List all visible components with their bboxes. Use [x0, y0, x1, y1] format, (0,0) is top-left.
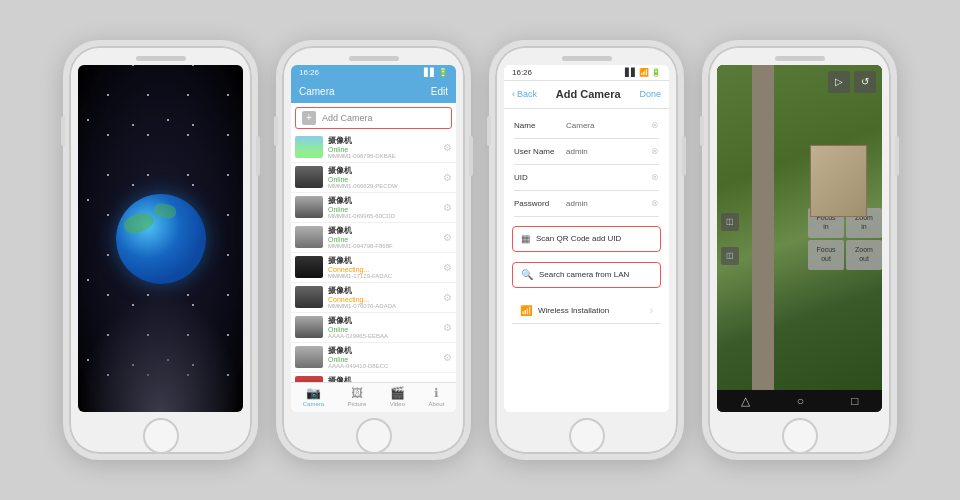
- scan-qr-button[interactable]: ▦ Scan QR Code add UID: [512, 226, 661, 252]
- thumb-8: [295, 346, 323, 368]
- status-bar-2: 16:26 ▋▋ 🔋: [291, 65, 456, 81]
- screen-camera-list: 16:26 ▋▋ 🔋 Camera Edit + Add Camera 摄像机 …: [291, 65, 456, 412]
- settings-icon-6[interactable]: ⚙: [443, 292, 452, 303]
- thumb-3: [295, 196, 323, 218]
- done-button[interactable]: Done: [639, 89, 661, 99]
- camera-info-4: 摄像机 Online MMMM1-094798-F868F: [328, 225, 443, 249]
- phone-3: 16:26 ▋▋ 📶 🔋 ‹ Back Add Camera Done Name…: [489, 40, 684, 460]
- camera-info-9: 摄像机 Online AAAA-902799-KWE0Z: [328, 375, 443, 382]
- add-camera-form: Name Camera ⊗ User Name admin ⊗ UID ⊗ Pa…: [504, 109, 669, 221]
- android-nav-bar: △ ○ □: [717, 390, 882, 412]
- search-lan-button[interactable]: 🔍 Search camera from LAN: [512, 262, 661, 288]
- add-camera-label: Add Camera: [322, 113, 373, 123]
- home-nav-button[interactable]: ○: [797, 394, 804, 408]
- clear-name-button[interactable]: ⊗: [651, 120, 659, 130]
- back-button[interactable]: ‹ Back: [512, 89, 537, 99]
- clear-uid-button[interactable]: ⊗: [651, 172, 659, 182]
- settings-icon-4[interactable]: ⚙: [443, 232, 452, 243]
- back-nav-button[interactable]: △: [741, 394, 750, 408]
- camera-list: 摄像机 Online MMMM1-096795-DKBAE ⚙ 摄像机 Onli…: [291, 133, 456, 382]
- video-tab-icon: 🎬: [390, 386, 405, 400]
- home-button-1[interactable]: [143, 418, 179, 454]
- settings-icon-3[interactable]: ⚙: [443, 202, 452, 213]
- list-item[interactable]: 摄像机 Online AAAA-049410-D8ECC ⚙: [291, 343, 456, 373]
- zoom-in-button[interactable]: Zoomin: [846, 208, 882, 238]
- camera-tab-icon: 📷: [306, 386, 321, 400]
- form-row-name: Name Camera ⊗: [514, 113, 659, 139]
- clear-username-button[interactable]: ⊗: [651, 146, 659, 156]
- settings-icon-5[interactable]: ⚙: [443, 262, 452, 273]
- nav-title: Camera: [299, 86, 335, 97]
- edit-button[interactable]: Edit: [431, 86, 448, 97]
- zoom-out-button[interactable]: Zoomout: [846, 240, 882, 270]
- recent-nav-button[interactable]: □: [851, 394, 858, 408]
- time-2: 16:26: [299, 68, 319, 77]
- clear-password-button[interactable]: ⊗: [651, 198, 659, 208]
- list-item[interactable]: 摄像机 Online AAAA-029965-EEBAA ⚙: [291, 313, 456, 343]
- focus-in-button[interactable]: Focusin: [808, 208, 844, 238]
- speaker-1: [136, 56, 186, 61]
- tab-video[interactable]: 🎬 Video: [390, 386, 405, 410]
- thumb-6: [295, 286, 323, 308]
- left-side-controls: ◫ ◫: [721, 213, 739, 265]
- home-button-3[interactable]: [569, 418, 605, 454]
- phone-2: 16:26 ▋▋ 🔋 Camera Edit + Add Camera 摄像机 …: [276, 40, 471, 460]
- picture-tab-icon: 🖼: [351, 386, 363, 400]
- camera-info-1: 摄像机 Online MMMM1-096795-DKBAE: [328, 135, 443, 159]
- list-item[interactable]: 摄像机 Online MMMM1-094798-F868F ⚙: [291, 223, 456, 253]
- globe-icon: [116, 194, 206, 284]
- camera-info-7: 摄像机 Online AAAA-029965-EEBAA: [328, 315, 443, 339]
- chevron-right-icon: ›: [650, 305, 653, 316]
- tab-about[interactable]: ℹ About: [429, 386, 445, 410]
- phone-4: ▷ ↺ ◫ ◫ Focusin Zoomin Focusout Zoomout: [702, 40, 897, 460]
- video-tab-label: Video: [390, 401, 405, 407]
- signal-3: ▋▋ 📶 🔋: [625, 68, 661, 77]
- form-row-password: Password admin ⊗: [514, 191, 659, 217]
- list-item[interactable]: 摄像机 Online MMMM1-096795-DKBAE ⚙: [291, 133, 456, 163]
- focus-out-button[interactable]: Focusout: [808, 240, 844, 270]
- settings-icon-7[interactable]: ⚙: [443, 322, 452, 333]
- list-item[interactable]: 摄像机 Online AAAA-902799-KWE0Z ⚙: [291, 373, 456, 382]
- list-item[interactable]: 摄像机 Connecting... MMMM1-076076-ADADA ⚙: [291, 283, 456, 313]
- about-tab-icon: ℹ: [434, 386, 439, 400]
- settings-icon-1[interactable]: ⚙: [443, 142, 452, 153]
- camera-tab-label: Camera: [303, 401, 324, 407]
- list-item[interactable]: 摄像机 Connecting... MMMM1-17129-FADAC ⚙: [291, 253, 456, 283]
- picture-tab-label: Picture: [348, 401, 367, 407]
- add-camera-row[interactable]: + Add Camera: [295, 107, 452, 129]
- list-item[interactable]: 摄像机 Online MMMM1-069965-60CDD ⚙: [291, 193, 456, 223]
- camera-info-6: 摄像机 Connecting... MMMM1-076076-ADADA: [328, 285, 443, 309]
- thumb-2: [295, 166, 323, 188]
- play-button[interactable]: ▷: [828, 71, 850, 93]
- wifi-icon: 📶: [520, 305, 532, 316]
- qr-icon: ▦: [521, 233, 530, 244]
- speaker-3: [562, 56, 612, 61]
- home-button-4[interactable]: [782, 418, 818, 454]
- camera-info-5: 摄像机 Connecting... MMMM1-17129-FADAC: [328, 255, 443, 279]
- thumb-1: [295, 136, 323, 158]
- moon-bg: [78, 292, 243, 412]
- wireless-installation-row[interactable]: 📶 Wireless Installation ›: [512, 298, 661, 324]
- tab-camera[interactable]: 📷 Camera: [303, 386, 324, 410]
- add-camera-nav: ‹ Back Add Camera Done: [504, 81, 669, 109]
- add-camera-title: Add Camera: [556, 88, 621, 100]
- top-controls: ▷ ↺: [828, 71, 876, 93]
- search-icon: 🔍: [521, 269, 533, 280]
- speaker-4: [775, 56, 825, 61]
- aerial-feed: ▷ ↺ ◫ ◫ Focusin Zoomin Focusout Zoomout: [717, 65, 882, 412]
- list-item[interactable]: 摄像机 Online MMMM1-066629-PECDW ⚙: [291, 163, 456, 193]
- status-bar-3: 16:26 ▋▋ 📶 🔋: [504, 65, 669, 81]
- phone-1: [63, 40, 258, 460]
- add-camera-icon: +: [302, 111, 316, 125]
- refresh-button[interactable]: ↺: [854, 71, 876, 93]
- screen-add-camera: 16:26 ▋▋ 📶 🔋 ‹ Back Add Camera Done Name…: [504, 65, 669, 412]
- thumb-4: [295, 226, 323, 248]
- tab-picture[interactable]: 🖼 Picture: [348, 386, 367, 410]
- home-button-2[interactable]: [356, 418, 392, 454]
- ptz-down-button[interactable]: ◫: [721, 247, 739, 265]
- thumb-7: [295, 316, 323, 338]
- ptz-up-button[interactable]: ◫: [721, 213, 739, 231]
- settings-icon-8[interactable]: ⚙: [443, 352, 452, 363]
- screen-globe: [78, 65, 243, 412]
- settings-icon-2[interactable]: ⚙: [443, 172, 452, 183]
